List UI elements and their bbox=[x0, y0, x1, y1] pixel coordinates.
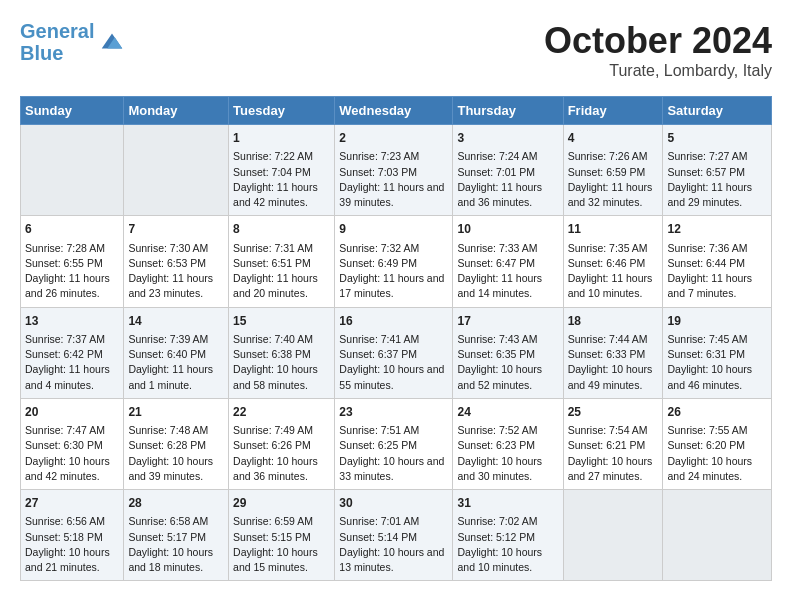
daylight-text: Daylight: 11 hours and 29 minutes. bbox=[667, 180, 767, 210]
calendar-week-row: 13Sunrise: 7:37 AMSunset: 6:42 PMDayligh… bbox=[21, 307, 772, 398]
column-header-sunday: Sunday bbox=[21, 97, 124, 125]
sunset-text: Sunset: 6:28 PM bbox=[128, 438, 224, 453]
calendar-cell: 10Sunrise: 7:33 AMSunset: 6:47 PMDayligh… bbox=[453, 216, 563, 307]
day-number: 13 bbox=[25, 313, 119, 330]
sunset-text: Sunset: 6:40 PM bbox=[128, 347, 224, 362]
sunset-text: Sunset: 6:31 PM bbox=[667, 347, 767, 362]
day-number: 4 bbox=[568, 130, 659, 147]
day-number: 8 bbox=[233, 221, 330, 238]
daylight-text: Daylight: 10 hours and 55 minutes. bbox=[339, 362, 448, 392]
daylight-text: Daylight: 10 hours and 24 minutes. bbox=[667, 454, 767, 484]
day-number: 18 bbox=[568, 313, 659, 330]
calendar-cell: 17Sunrise: 7:43 AMSunset: 6:35 PMDayligh… bbox=[453, 307, 563, 398]
sunset-text: Sunset: 7:04 PM bbox=[233, 165, 330, 180]
logo-icon bbox=[98, 28, 126, 56]
daylight-text: Daylight: 10 hours and 27 minutes. bbox=[568, 454, 659, 484]
logo-text: General Blue bbox=[20, 20, 94, 64]
month-title: October 2024 bbox=[544, 20, 772, 62]
sunset-text: Sunset: 6:49 PM bbox=[339, 256, 448, 271]
daylight-text: Daylight: 11 hours and 7 minutes. bbox=[667, 271, 767, 301]
sunrise-text: Sunrise: 7:52 AM bbox=[457, 423, 558, 438]
daylight-text: Daylight: 11 hours and 1 minute. bbox=[128, 362, 224, 392]
day-number: 5 bbox=[667, 130, 767, 147]
daylight-text: Daylight: 11 hours and 26 minutes. bbox=[25, 271, 119, 301]
column-header-monday: Monday bbox=[124, 97, 229, 125]
calendar-cell: 31Sunrise: 7:02 AMSunset: 5:12 PMDayligh… bbox=[453, 490, 563, 581]
sunrise-text: Sunrise: 7:39 AM bbox=[128, 332, 224, 347]
column-header-friday: Friday bbox=[563, 97, 663, 125]
calendar-cell: 27Sunrise: 6:56 AMSunset: 5:18 PMDayligh… bbox=[21, 490, 124, 581]
calendar-week-row: 1Sunrise: 7:22 AMSunset: 7:04 PMDaylight… bbox=[21, 125, 772, 216]
calendar-cell: 20Sunrise: 7:47 AMSunset: 6:30 PMDayligh… bbox=[21, 398, 124, 489]
daylight-text: Daylight: 10 hours and 46 minutes. bbox=[667, 362, 767, 392]
daylight-text: Daylight: 10 hours and 52 minutes. bbox=[457, 362, 558, 392]
sunrise-text: Sunrise: 7:51 AM bbox=[339, 423, 448, 438]
sunrise-text: Sunrise: 7:45 AM bbox=[667, 332, 767, 347]
day-number: 3 bbox=[457, 130, 558, 147]
sunrise-text: Sunrise: 7:27 AM bbox=[667, 149, 767, 164]
sunrise-text: Sunrise: 7:48 AM bbox=[128, 423, 224, 438]
daylight-text: Daylight: 10 hours and 42 minutes. bbox=[25, 454, 119, 484]
title-block: October 2024 Turate, Lombardy, Italy bbox=[544, 20, 772, 80]
sunrise-text: Sunrise: 7:02 AM bbox=[457, 514, 558, 529]
sunrise-text: Sunrise: 7:30 AM bbox=[128, 241, 224, 256]
sunrise-text: Sunrise: 7:49 AM bbox=[233, 423, 330, 438]
calendar-cell: 16Sunrise: 7:41 AMSunset: 6:37 PMDayligh… bbox=[335, 307, 453, 398]
column-header-wednesday: Wednesday bbox=[335, 97, 453, 125]
day-number: 24 bbox=[457, 404, 558, 421]
calendar-cell: 4Sunrise: 7:26 AMSunset: 6:59 PMDaylight… bbox=[563, 125, 663, 216]
calendar-cell: 14Sunrise: 7:39 AMSunset: 6:40 PMDayligh… bbox=[124, 307, 229, 398]
page-header: General Blue October 2024 Turate, Lombar… bbox=[20, 20, 772, 80]
calendar-cell: 6Sunrise: 7:28 AMSunset: 6:55 PMDaylight… bbox=[21, 216, 124, 307]
sunrise-text: Sunrise: 7:40 AM bbox=[233, 332, 330, 347]
daylight-text: Daylight: 10 hours and 39 minutes. bbox=[128, 454, 224, 484]
sunrise-text: Sunrise: 7:41 AM bbox=[339, 332, 448, 347]
daylight-text: Daylight: 10 hours and 30 minutes. bbox=[457, 454, 558, 484]
sunset-text: Sunset: 5:15 PM bbox=[233, 530, 330, 545]
sunset-text: Sunset: 6:59 PM bbox=[568, 165, 659, 180]
sunrise-text: Sunrise: 7:28 AM bbox=[25, 241, 119, 256]
sunset-text: Sunset: 6:47 PM bbox=[457, 256, 558, 271]
logo-line1: General bbox=[20, 20, 94, 42]
logo-line2: Blue bbox=[20, 42, 63, 64]
calendar-cell: 26Sunrise: 7:55 AMSunset: 6:20 PMDayligh… bbox=[663, 398, 772, 489]
sunrise-text: Sunrise: 7:22 AM bbox=[233, 149, 330, 164]
sunrise-text: Sunrise: 7:33 AM bbox=[457, 241, 558, 256]
calendar-week-row: 6Sunrise: 7:28 AMSunset: 6:55 PMDaylight… bbox=[21, 216, 772, 307]
day-number: 17 bbox=[457, 313, 558, 330]
calendar-cell: 5Sunrise: 7:27 AMSunset: 6:57 PMDaylight… bbox=[663, 125, 772, 216]
sunrise-text: Sunrise: 7:47 AM bbox=[25, 423, 119, 438]
sunset-text: Sunset: 5:12 PM bbox=[457, 530, 558, 545]
calendar-cell: 3Sunrise: 7:24 AMSunset: 7:01 PMDaylight… bbox=[453, 125, 563, 216]
daylight-text: Daylight: 11 hours and 4 minutes. bbox=[25, 362, 119, 392]
sunset-text: Sunset: 6:51 PM bbox=[233, 256, 330, 271]
daylight-text: Daylight: 11 hours and 32 minutes. bbox=[568, 180, 659, 210]
sunset-text: Sunset: 6:35 PM bbox=[457, 347, 558, 362]
sunrise-text: Sunrise: 7:32 AM bbox=[339, 241, 448, 256]
sunset-text: Sunset: 6:37 PM bbox=[339, 347, 448, 362]
sunset-text: Sunset: 7:01 PM bbox=[457, 165, 558, 180]
calendar-cell bbox=[663, 490, 772, 581]
location-title: Turate, Lombardy, Italy bbox=[544, 62, 772, 80]
sunset-text: Sunset: 6:46 PM bbox=[568, 256, 659, 271]
day-number: 9 bbox=[339, 221, 448, 238]
calendar-cell: 19Sunrise: 7:45 AMSunset: 6:31 PMDayligh… bbox=[663, 307, 772, 398]
sunset-text: Sunset: 5:14 PM bbox=[339, 530, 448, 545]
calendar-cell: 29Sunrise: 6:59 AMSunset: 5:15 PMDayligh… bbox=[229, 490, 335, 581]
day-number: 14 bbox=[128, 313, 224, 330]
sunset-text: Sunset: 6:38 PM bbox=[233, 347, 330, 362]
sunset-text: Sunset: 6:23 PM bbox=[457, 438, 558, 453]
calendar-cell bbox=[21, 125, 124, 216]
calendar-cell: 12Sunrise: 7:36 AMSunset: 6:44 PMDayligh… bbox=[663, 216, 772, 307]
sunset-text: Sunset: 7:03 PM bbox=[339, 165, 448, 180]
sunrise-text: Sunrise: 7:35 AM bbox=[568, 241, 659, 256]
calendar-cell: 30Sunrise: 7:01 AMSunset: 5:14 PMDayligh… bbox=[335, 490, 453, 581]
sunrise-text: Sunrise: 7:36 AM bbox=[667, 241, 767, 256]
calendar-cell bbox=[563, 490, 663, 581]
day-number: 6 bbox=[25, 221, 119, 238]
daylight-text: Daylight: 10 hours and 36 minutes. bbox=[233, 454, 330, 484]
calendar-cell: 18Sunrise: 7:44 AMSunset: 6:33 PMDayligh… bbox=[563, 307, 663, 398]
daylight-text: Daylight: 10 hours and 18 minutes. bbox=[128, 545, 224, 575]
calendar-header-row: SundayMondayTuesdayWednesdayThursdayFrid… bbox=[21, 97, 772, 125]
sunset-text: Sunset: 5:18 PM bbox=[25, 530, 119, 545]
